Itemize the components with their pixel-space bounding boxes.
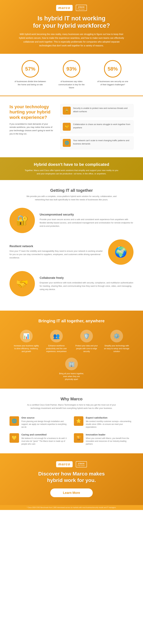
network-feature-text: Resilient network Give your IT team the … (10, 245, 103, 259)
footer-cisco-badge: cisco Partner (76, 461, 87, 468)
fine-print: * Cisco 2020 CISO Benchmark from 2,800 i… (0, 505, 143, 510)
stat-circle-3: 58% (104, 60, 121, 78)
innovation-leader-text: Innovation leader When you connect with … (86, 433, 133, 446)
feature-row-security: 🔐 Uncompromised security Provide your te… (10, 208, 133, 233)
footer-cisco-label: cisco (78, 462, 85, 465)
caring-committed-title: Caring and committed (21, 433, 69, 436)
bringing-heading: Bringing IT all together, anywhere (10, 318, 133, 324)
tech-left: Is your technology hurting your hybrid w… (10, 104, 54, 136)
bringing-item-3: 🛡️ Protect your data and your people wit… (74, 330, 99, 353)
stat-item-1: 57% of businesses divide time between th… (15, 60, 46, 89)
tech-heading: Is your technology hurting your hybrid w… (10, 104, 54, 120)
cisco-partner-label: Partner (78, 8, 85, 10)
stat-desc-3: of businesses see security as one of the… (97, 80, 128, 86)
why-grid: 🌐 One source From planning and design th… (10, 416, 133, 446)
footer-logo-bar: marco cisco Partner (10, 461, 133, 468)
bringing-icon-2: 👥 (50, 330, 63, 342)
bringing-text-3: Protect your data and your people with c… (74, 344, 99, 353)
stat-item-3: 58% of businesses see security as one of… (97, 60, 128, 89)
network-feature-icon: 🌍 (108, 240, 133, 265)
footer-cta: marco cisco Partner Discover how Marco m… (0, 453, 143, 505)
collaborate-feature-icon: 🤝 (10, 271, 35, 296)
caring-committed-body: We believe it's not enough for a busines… (21, 437, 69, 446)
feature-row-network: 🌍 Resilient network Give your IT team th… (10, 240, 133, 265)
security-feature-title: Uncompromised security (40, 213, 133, 216)
expect-satisfaction-title: Expect satisfaction (86, 416, 133, 419)
network-feature-title: Resilient network (10, 245, 103, 248)
tech-card-text-3: Your network can't scale to meet changin… (73, 139, 131, 146)
expect-satisfaction-body: We conduct monthly customer surveys—docu… (86, 420, 133, 428)
feature-row-collaborate: 🤝 Collaborate freely Empower your workfo… (10, 271, 133, 296)
tech-right: 🔒 Security is unable to protect new and … (60, 104, 133, 149)
stat-desc-2: of businesses say video communication is… (56, 80, 87, 89)
caring-committed-icon: 💛 (10, 433, 19, 443)
tech-card-text-2: Collaboration is chaos as teams struggle… (73, 123, 131, 130)
tech-card-1: 🔒 Security is unable to protect new and … (60, 104, 133, 117)
getting-it-body: We provide you with a complete, cross-pl… (24, 195, 119, 202)
stat-number-2: 93% (66, 66, 77, 72)
stat-number-1: 57% (25, 66, 35, 72)
footer-partner-label: Partner (78, 465, 85, 466)
why-marco-section: Why Marco As a certified Cisco Gold Part… (0, 388, 143, 453)
tech-card-3: 🌐 Your network can't scale to meet chang… (60, 136, 133, 149)
tech-card-2: 🤝 Collaboration is chaos as teams strugg… (60, 120, 133, 133)
getting-it-heading: Getting IT all together (10, 188, 133, 193)
bringing-item-1: 📊 Increase your business agility to driv… (14, 330, 39, 353)
why-item-2: ⭐ Expect satisfaction We conduct monthly… (74, 416, 133, 428)
bringing-text-2: Enhance workforce productivity and the u… (44, 344, 69, 353)
bringing-grid: 📊 Increase your business agility to driv… (10, 330, 133, 381)
fine-print-text: * Cisco 2020 CISO Benchmark from 2,800 i… (27, 507, 116, 508)
hybrid-banner-body: Together, Marco and Cisco offer hybrid w… (24, 169, 119, 176)
cisco-partner-badge: cisco Partner (76, 5, 87, 11)
stat-desc-1: of businesses divide time between the ho… (15, 80, 46, 86)
learn-more-button[interactable]: Learn More (50, 488, 93, 497)
expect-satisfaction-icon: ⭐ (74, 416, 83, 426)
bringing-icon-3: 🛡️ (80, 330, 93, 342)
stat-item-2: 93% of businesses say video communicatio… (56, 60, 87, 89)
innovation-leader-title: Innovation leader (86, 433, 133, 436)
bringing-item-5: 🏢 Bring all your teams together, even wh… (59, 358, 84, 381)
tech-card-text-1: Security is unable to protect new and nu… (73, 107, 131, 113)
tech-body: If you scrambled to meet demands of your… (10, 122, 54, 136)
footer-marco-logo: marco (56, 461, 73, 467)
collaborate-feature-text: Collaborate freely Empower your workforc… (40, 276, 133, 291)
innovation-leader-body: When you connect with Marco, you benefit… (86, 437, 133, 446)
innovation-leader-icon: 🏆 (74, 433, 83, 443)
expect-satisfaction-text: Expect satisfaction We conduct monthly c… (86, 416, 133, 428)
one-source-text: One source From planning and design thro… (21, 416, 69, 428)
why-item-4: 🏆 Innovation leader When you connect wit… (74, 433, 133, 446)
bringing-icon-1: 📊 (20, 330, 33, 342)
page-title: Is hybrid IT not working for your hybrid… (10, 15, 133, 29)
bringing-item-2: 👥 Enhance workforce productivity and the… (44, 330, 69, 353)
one-source-body: From planning and design through install… (21, 420, 69, 428)
network-feature-body: Give your IT team the visibility and man… (10, 250, 103, 259)
collaboration-icon: 🤝 (63, 123, 71, 131)
header-subtitle: With hybrid work becoming the new realit… (18, 32, 125, 48)
marco-logo: marco (56, 5, 73, 11)
tech-section: Is your technology hurting your hybrid w… (0, 96, 143, 157)
header-section: marco cisco Partner Is hybrid IT not wor… (0, 0, 143, 54)
why-item-1: 🌐 One source From planning and design th… (10, 416, 69, 428)
caring-committed-text: Caring and committed We believe it's not… (21, 433, 69, 446)
collaborate-feature-body: Empower your workforce with tools embedd… (40, 281, 133, 291)
stat-circle-1: 57% (22, 60, 39, 78)
why-marco-heading: Why Marco (10, 396, 133, 402)
one-source-title: One source (21, 416, 69, 419)
bringing-item-4: ⚙️ Simplify your technology with an easy… (104, 330, 129, 353)
bringing-section: Bringing IT all together, anywhere 📊 Inc… (0, 310, 143, 388)
stat-circle-2: 93% (63, 60, 80, 78)
bringing-text-1: Increase your business agility to drive … (14, 344, 39, 353)
why-marco-body: As a certified Cisco Gold Partner, Marco… (24, 403, 119, 410)
bringing-text-4: Simplify your technology with an easy-to… (104, 344, 129, 353)
footer-headline: Discover how Marco makes hybrid work for… (10, 470, 133, 484)
logo-bar: marco cisco Partner (10, 5, 133, 11)
hybrid-banner: Hybrid doesn't have to be complicated To… (0, 157, 143, 180)
security-feature-text: Uncompromised security Provide your team… (40, 213, 133, 228)
stat-number-3: 58% (108, 66, 118, 72)
getting-it-section: Getting IT all together We provide you w… (0, 180, 143, 310)
why-item-3: 💛 Caring and committed We believe it's n… (10, 433, 69, 446)
network-icon: 🌐 (63, 139, 71, 147)
security-feature-body: Provide your team secure access and a sa… (40, 218, 133, 228)
bringing-text-5: Bring all your teams together, even when… (59, 372, 84, 381)
collaborate-feature-title: Collaborate freely (40, 276, 133, 280)
